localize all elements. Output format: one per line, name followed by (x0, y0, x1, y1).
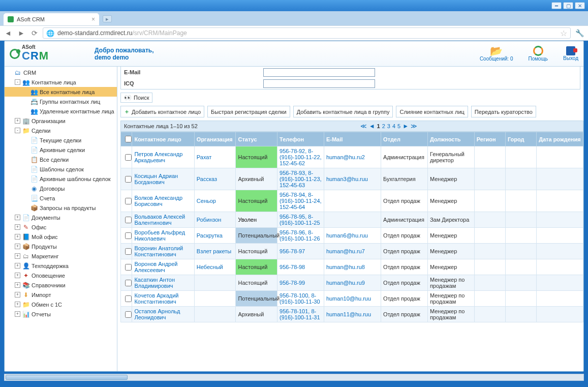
phone-link[interactable]: 956-78-98 (280, 264, 305, 270)
browser-tab[interactable]: ASoft CRM × (3, 13, 100, 25)
action-button[interactable]: Быстрая регистрация сделки (207, 106, 290, 117)
pager-page[interactable]: 1 (377, 123, 380, 129)
sidebar-item[interactable]: 📋Все сделки (5, 155, 117, 164)
phone-link[interactable]: 956-78-99 (280, 280, 305, 286)
expand-icon[interactable]: - (15, 128, 20, 133)
sidebar-item[interactable]: +📚Справочники (5, 280, 117, 290)
reload-button[interactable]: ⟳ (29, 28, 40, 38)
sidebar-item[interactable]: +⬇Импорт (5, 290, 117, 300)
sidebar-item[interactable]: +✎Офис (5, 222, 117, 232)
sidebar-item[interactable]: +📁Обмен с 1С (5, 300, 117, 309)
pager-page[interactable]: 4 (392, 123, 395, 129)
icq-input[interactable] (263, 79, 375, 88)
sidebar-item[interactable]: 📃Счета (5, 193, 117, 203)
email-link[interactable]: human11@hu.ruu (326, 311, 371, 317)
contact-link[interactable]: Воронов Андрей Алексеевич (134, 261, 177, 273)
column-header[interactable]: Статус (236, 132, 277, 146)
pager-prev[interactable]: ◄ (369, 123, 375, 130)
close-button[interactable]: ✕ (575, 2, 585, 9)
expand-icon[interactable]: + (15, 253, 20, 259)
tree-root[interactable]: 🗂CRM (5, 68, 117, 77)
new-tab-button[interactable]: ▸ (103, 15, 112, 22)
action-button[interactable]: Передать кураторство (471, 106, 536, 117)
url-field[interactable]: 🌐 demo-standard.crmdirect.ru/srv/CRM/Mai… (43, 27, 571, 39)
sidebar-item[interactable]: 📄Шаблоны сделок (5, 164, 117, 174)
expand-icon[interactable]: + (15, 263, 20, 269)
search-button[interactable]: Поиск (120, 93, 152, 103)
contact-link[interactable]: Волков Александр Борисович (134, 195, 182, 207)
settings-button[interactable]: 🔧 (574, 29, 585, 37)
expand-icon[interactable]: + (15, 244, 20, 249)
expand-icon[interactable]: + (15, 234, 20, 240)
expand-icon[interactable]: + (15, 118, 20, 124)
column-header[interactable]: Регион (474, 132, 505, 146)
contact-link[interactable]: Косицын Адриан Богданович (134, 173, 178, 185)
column-header[interactable]: Город (505, 132, 536, 146)
phone-link[interactable]: 956-78-94, 8-(916)-100-11-24, 152-45-64 (280, 192, 322, 210)
scrollbar-thumb[interactable] (6, 375, 128, 380)
sidebar-item[interactable]: 📄Текущие сделки (5, 135, 117, 145)
org-link[interactable]: Рассказ (197, 176, 217, 182)
sidebar-item[interactable]: 📄Архивные сделки (5, 145, 117, 155)
email-link[interactable]: human@hu.ru2 (326, 154, 365, 160)
contact-link[interactable]: Воробьев Альфред Николаевич (134, 229, 185, 242)
org-link[interactable]: Взлет ракеты (197, 248, 231, 254)
row-checkbox[interactable] (125, 217, 132, 223)
pager-page[interactable]: 5 (397, 123, 400, 129)
tab-close-icon[interactable]: × (91, 16, 95, 23)
select-all-checkbox[interactable] (125, 136, 132, 142)
phone-link[interactable]: 956-78-100, 8-(916)-100-11-30 (280, 292, 320, 305)
expand-icon[interactable]: + (15, 224, 20, 230)
maximize-button[interactable]: ▢ (563, 2, 573, 9)
sidebar-item[interactable]: 👥Удаленные контактные лица (5, 106, 117, 116)
row-checkbox[interactable] (125, 295, 132, 302)
action-button[interactable]: Слияние контактных лиц (396, 106, 468, 117)
sidebar-item[interactable]: +📘Мой офис (5, 232, 117, 242)
row-checkbox[interactable] (125, 264, 132, 271)
contact-link[interactable]: Касаткин Антон Владимирович (134, 277, 175, 289)
expand-icon[interactable]: + (15, 311, 20, 317)
pager-last[interactable]: ≫ (411, 123, 417, 130)
row-checkbox[interactable] (125, 232, 132, 239)
phone-link[interactable]: 956-78-93, 8-(916)-100-11-23, 152-45-63 (280, 170, 322, 188)
pager-next[interactable]: ► (403, 123, 409, 130)
org-link[interactable]: Небесный (197, 264, 223, 270)
column-header[interactable]: Дата рождения (537, 132, 583, 146)
email-link[interactable]: human3@hu.ruu (326, 176, 368, 182)
org-link[interactable]: Раскрутка (197, 232, 223, 239)
sidebar-item[interactable]: -👥Контактные лица (5, 77, 117, 87)
contact-link[interactable]: Петров Александр Аркадьевич (134, 151, 182, 163)
sidebar-item[interactable]: ◉Договоры (5, 184, 117, 193)
org-link[interactable]: Робинзон (197, 217, 222, 223)
sidebar-item[interactable]: +📦Продукты (5, 242, 117, 251)
sidebar-item[interactable]: +🏢Организации (5, 116, 117, 126)
column-header[interactable]: Контактное лицо (132, 132, 194, 146)
phone-link[interactable]: 956-78-92, 8-(916)-100-11-22, 152-45-62 (280, 148, 322, 166)
sidebar-item[interactable]: +🗂Маркетинг (5, 251, 117, 261)
sidebar-item[interactable]: 📇Группы контактных лиц (5, 97, 117, 106)
pager-first[interactable]: ≪ (360, 123, 367, 130)
contact-link[interactable]: Вольваков Алексей Валентинович (134, 214, 185, 226)
messages-button[interactable]: 📂 Сообщений: 0 (480, 46, 513, 62)
expand-icon[interactable]: + (15, 215, 20, 220)
email-link[interactable]: human@hu.ru9 (326, 280, 365, 286)
minimize-button[interactable]: ━ (551, 2, 562, 9)
row-checkbox[interactable] (125, 311, 132, 318)
row-checkbox[interactable] (125, 154, 132, 161)
expand-icon[interactable]: + (15, 273, 20, 278)
sidebar-item[interactable]: -📁Сделки (5, 126, 117, 135)
column-header[interactable]: Отдел (381, 132, 428, 146)
action-button[interactable]: ＋Добавить контактное лицо (120, 106, 204, 117)
phone-link[interactable]: 956-78-95, 8-(916)-100-11-25 (280, 214, 320, 226)
column-header[interactable]: E-Mail (324, 132, 381, 146)
row-checkbox[interactable] (125, 198, 132, 204)
email-link[interactable]: human6@hu.ruu (326, 232, 368, 239)
column-header[interactable]: Телефон (277, 132, 324, 146)
row-checkbox[interactable] (125, 248, 132, 255)
action-button[interactable]: Добавить контактные лица в группу (293, 106, 393, 117)
org-link[interactable]: Сеньор (197, 198, 216, 204)
row-checkbox[interactable] (125, 176, 132, 183)
row-checkbox[interactable] (125, 280, 132, 286)
help-button[interactable]: Помощь (528, 46, 548, 62)
sidebar-item[interactable]: +✦Оповещение (5, 271, 117, 280)
